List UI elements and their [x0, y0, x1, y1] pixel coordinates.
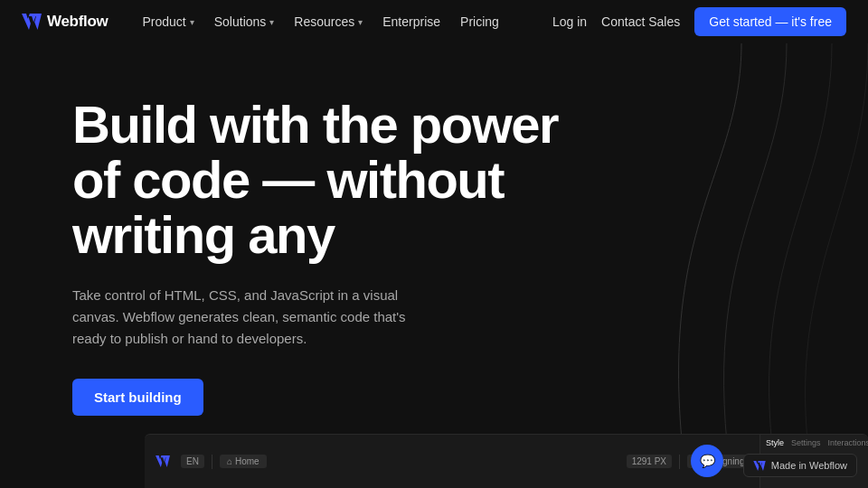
nav-resources[interactable]: Resources ▾ [285, 9, 372, 34]
navbar: Webflow Product ▾ Solutions ▾ Resources … [0, 0, 868, 43]
panel-tab-settings[interactable]: Settings [791, 438, 821, 447]
made-in-webflow-logo [753, 461, 766, 471]
panel-tab-style[interactable]: Style [766, 438, 784, 447]
hero-title: Build with the power of code — without w… [72, 98, 579, 263]
nav-links: Product ▾ Solutions ▾ Resources ▾ Enterp… [133, 9, 552, 34]
nav-solutions[interactable]: Solutions ▾ [205, 9, 284, 34]
chevron-down-icon: ▾ [190, 17, 194, 27]
chat-bubble-button[interactable]: 💬 [691, 445, 723, 477]
hero-content: Build with the power of code — without w… [72, 98, 579, 416]
preview-px-tag: 1291 PX [627, 455, 672, 468]
chevron-down-icon: ▾ [269, 17, 274, 27]
hero-cta-button[interactable]: Start building [72, 379, 203, 416]
made-in-webflow-label: Made in Webflow [771, 460, 847, 471]
panel-tab-interactions[interactable]: Interactions [828, 438, 868, 447]
nav-right: Log in Contact Sales Get started — it's … [552, 7, 846, 36]
hero-subtitle: Take control of HTML, CSS, and JavaScrip… [72, 285, 434, 350]
logo-text: Webflow [47, 13, 108, 31]
panel-tabs: Style Settings Interactions [766, 438, 863, 447]
nav-enterprise[interactable]: Enterprise [373, 9, 449, 34]
preview-webflow-logo [156, 455, 170, 467]
nav-pricing[interactable]: Pricing [451, 9, 508, 34]
preview-home-btn[interactable]: ⌂ Home [220, 455, 267, 468]
webflow-logo-icon [22, 14, 42, 30]
nav-login[interactable]: Log in [552, 14, 587, 29]
made-in-webflow-badge[interactable]: Made in Webflow [743, 454, 857, 477]
logo-link[interactable]: Webflow [22, 13, 108, 31]
preview-en-tag[interactable]: EN [181, 455, 204, 468]
hero-section: Build with the power of code — without w… [0, 43, 868, 488]
nav-contact-sales[interactable]: Contact Sales [601, 14, 680, 29]
chevron-down-icon: ▾ [358, 17, 363, 27]
preview-divider-1 [212, 455, 212, 469]
preview-divider-2 [679, 455, 680, 469]
nav-product[interactable]: Product ▾ [133, 9, 203, 34]
home-icon: ⌂ [227, 456, 232, 466]
nav-cta-button[interactable]: Get started — it's free [694, 7, 846, 36]
chat-icon: 💬 [700, 454, 715, 468]
